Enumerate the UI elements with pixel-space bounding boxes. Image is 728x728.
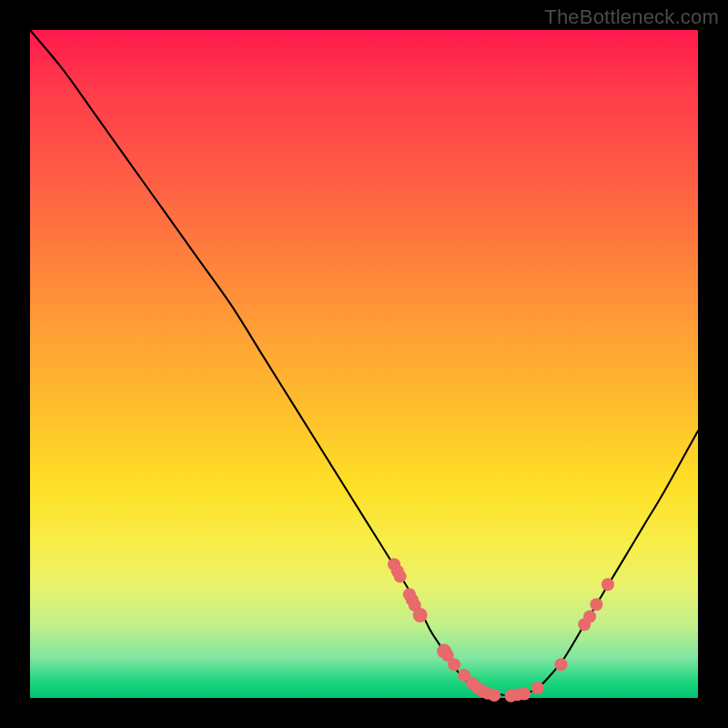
data-point bbox=[448, 658, 460, 671]
watermark-text: TheBottleneck.com bbox=[544, 5, 719, 29]
data-point bbox=[583, 610, 596, 622]
data-point bbox=[602, 578, 614, 591]
data-point bbox=[394, 570, 407, 582]
data-point bbox=[555, 658, 568, 671]
data-point bbox=[488, 689, 500, 702]
data-point bbox=[590, 598, 602, 611]
chart-svg bbox=[30, 30, 698, 698]
data-point bbox=[531, 682, 544, 694]
data-point bbox=[518, 688, 531, 701]
bottleneck-curve bbox=[30, 30, 698, 696]
data-point bbox=[413, 608, 428, 622]
chart-plot-area bbox=[30, 30, 698, 698]
chart-frame: TheBottleneck.com bbox=[0, 0, 728, 728]
